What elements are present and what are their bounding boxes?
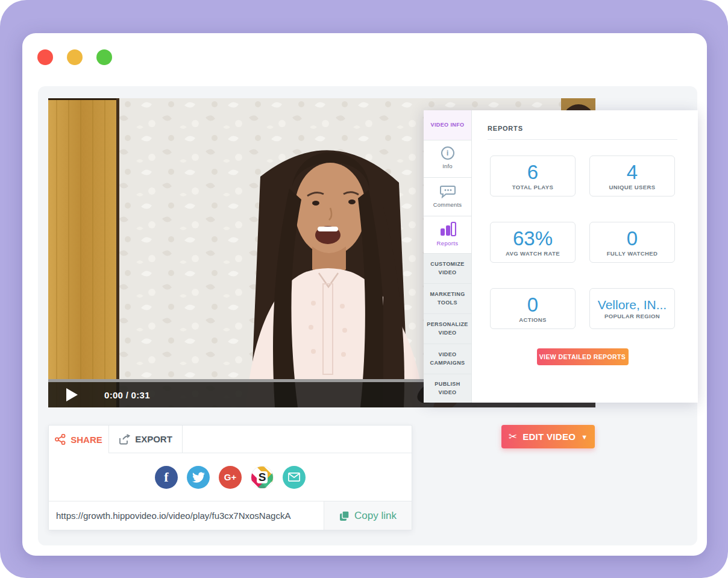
slack-icon: S	[257, 471, 268, 483]
tab-label: PERSONALIZE VIDEO	[427, 321, 468, 337]
export-icon	[119, 434, 130, 445]
stat-card-total-plays: 6 TOTAL PLAYS	[490, 155, 576, 196]
edit-video-label: EDIT VIDEO	[522, 432, 576, 442]
google-plus-icon: G+	[224, 472, 236, 482]
stat-value: 4	[627, 162, 638, 182]
slack-share-button[interactable]: S	[251, 466, 274, 489]
tab-customize-video[interactable]: CUSTOMIZE VIDEO	[424, 254, 471, 284]
browser-window: 0:00 / 0:31 VIDEO INFO i Info Comm	[22, 33, 707, 556]
tab-share-label: SHARE	[71, 435, 102, 445]
tab-label: Info	[442, 162, 453, 171]
share-icon	[55, 434, 66, 445]
tab-info[interactable]: i Info	[424, 140, 471, 178]
video-time: 0:00 / 0:31	[104, 390, 150, 400]
social-share-row: f G+ S	[49, 453, 412, 501]
window-minimize-button[interactable]	[67, 49, 83, 65]
stat-value: Vellore, IN...	[598, 298, 667, 311]
scissors-icon: ✂	[509, 430, 518, 443]
tab-video-info[interactable]: VIDEO INFO	[424, 110, 471, 140]
facebook-share-button[interactable]: f	[155, 466, 178, 489]
comments-icon	[440, 184, 456, 198]
stats-grid: 6 TOTAL PLAYS 4 UNIQUE USERS 63% AVG WAT…	[488, 155, 677, 329]
email-share-button[interactable]	[283, 466, 306, 489]
tab-publish-video[interactable]: PUBLISH VIDEO	[424, 374, 471, 403]
stat-card-unique-users: 4 UNIQUE USERS	[589, 155, 675, 196]
email-icon	[288, 473, 300, 482]
tab-label: Reports	[436, 239, 458, 248]
view-detailed-reports-button[interactable]: VIEW DETAILED REPORTS	[537, 348, 629, 365]
stat-card-actions: 0 ACTIONS	[490, 288, 576, 329]
stat-value: 63%	[513, 228, 553, 248]
reports-title: REPORTS	[488, 125, 677, 132]
stat-label: AVG WATCH RATE	[506, 250, 560, 257]
stat-card-fully-watched: 0 FULLY WATCHED	[589, 222, 675, 263]
stat-label: UNIQUE USERS	[609, 184, 655, 190]
tab-export-label: EXPORT	[135, 434, 172, 444]
reports-content: REPORTS 6 TOTAL PLAYS 4 UNIQUE USERS 63%…	[472, 110, 698, 403]
facebook-icon: f	[164, 470, 168, 485]
info-icon: i	[441, 146, 454, 160]
stat-value: 0	[527, 295, 538, 315]
tab-marketing-tools[interactable]: MARKETING TOOLS	[424, 284, 471, 314]
chevron-down-icon: ▼	[581, 433, 588, 441]
tab-label: CUSTOMIZE VIDEO	[430, 260, 465, 277]
tab-label: MARKETING TOOLS	[430, 291, 465, 307]
tab-comments[interactable]: Comments	[424, 178, 471, 216]
tab-label: VIDEO INFO	[430, 121, 464, 130]
stat-value: 0	[627, 228, 638, 248]
window-close-button[interactable]	[37, 49, 53, 65]
divider	[488, 139, 677, 140]
window-zoom-button[interactable]	[96, 49, 112, 65]
stat-card-popular-region: Vellore, IN... POPULAR REGION	[589, 288, 675, 329]
stat-label: POPULAR REGION	[604, 313, 660, 319]
stat-label: FULLY WATCHED	[607, 250, 658, 257]
tab-reports[interactable]: Reports	[424, 216, 471, 254]
share-tabs: SHARE EXPORT	[49, 426, 412, 453]
stat-value: 6	[527, 162, 538, 182]
stat-label: TOTAL PLAYS	[512, 184, 553, 190]
video-url-input[interactable]	[49, 501, 324, 530]
tab-export[interactable]: EXPORT	[109, 426, 183, 453]
video-url-row: Copy link	[49, 501, 412, 530]
window-traffic-lights	[37, 49, 112, 65]
page: 0:00 / 0:31 VIDEO INFO i Info Comm	[0, 0, 728, 578]
tab-label: PUBLISH VIDEO	[430, 380, 465, 397]
stat-label: ACTIONS	[519, 316, 547, 323]
tab-share[interactable]: SHARE	[49, 426, 109, 453]
tab-filler	[183, 426, 412, 453]
edit-video-button[interactable]: ✂ EDIT VIDEO ▼	[501, 425, 595, 448]
copy-link-label: Copy link	[354, 510, 397, 522]
copy-icon	[339, 510, 350, 521]
tab-label: Comments	[433, 201, 462, 209]
tab-personalize-video[interactable]: PERSONALIZE VIDEO	[424, 314, 471, 344]
stat-card-avg-watch-rate: 63% AVG WATCH RATE	[490, 222, 576, 263]
video-info-tab-strip: VIDEO INFO i Info Comments	[424, 110, 472, 403]
copy-link-button[interactable]: Copy link	[324, 501, 412, 530]
reports-icon	[439, 221, 456, 237]
tab-label: VIDEO CAMPAIGNS	[430, 351, 465, 367]
play-icon[interactable]	[66, 388, 78, 401]
google-plus-share-button[interactable]: G+	[219, 466, 242, 489]
share-panel: SHARE EXPORT f	[48, 425, 412, 530]
twitter-share-button[interactable]	[187, 466, 210, 489]
twitter-icon	[192, 472, 205, 483]
reports-panel: VIDEO INFO i Info Comments	[424, 110, 698, 403]
tab-video-campaigns[interactable]: VIDEO CAMPAIGNS	[424, 344, 471, 374]
